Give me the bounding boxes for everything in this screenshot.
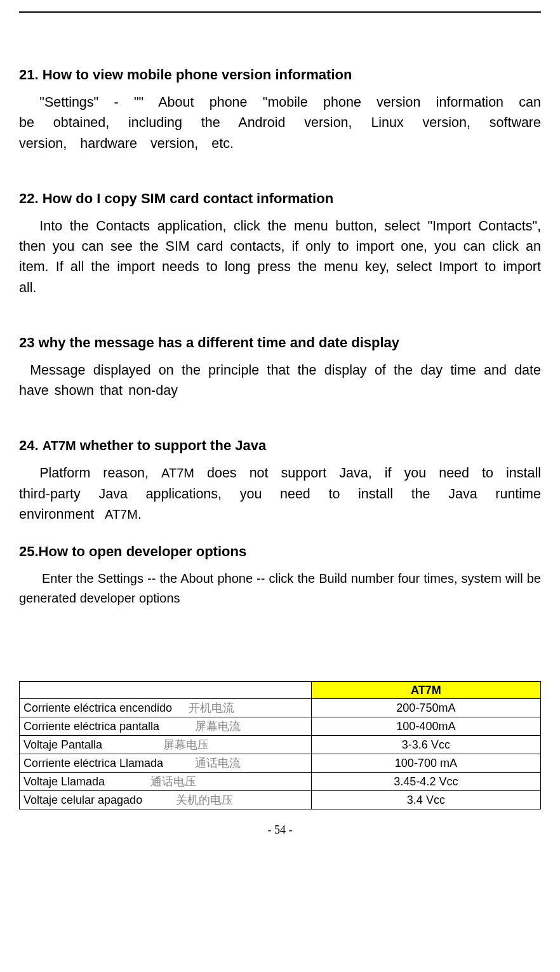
label-es: Corriente eléctrica Llamada (23, 757, 192, 770)
label-cjk: 关机的电压 (176, 794, 233, 806)
section-25: 25.How to open developer options Enter t… (19, 543, 541, 608)
table-header-blank (20, 682, 312, 699)
body-24-prefix: Platform reason, (39, 465, 161, 481)
row-label: Corriente eléctrica encendido 开机电流 (20, 699, 312, 717)
heading-23: 23 why the message has a different time … (19, 335, 541, 351)
table-row: Corriente eléctrica encendido 开机电流 200-7… (20, 699, 541, 717)
row-value: 100-400mA (311, 717, 540, 736)
heading-21: 21. How to view mobile phone version inf… (19, 67, 541, 83)
section-22: 22. How do I copy SIM card contact infor… (19, 190, 541, 298)
heading-24-model: AT7M (43, 439, 76, 453)
document-page: 21. How to view mobile phone version inf… (0, 0, 560, 972)
row-label: Voltaje Llamada 通话电压 (20, 773, 312, 791)
label-cjk: 开机电流 (189, 702, 234, 714)
table-row: Corriente eléctrica Llamada 通话电流 100-700… (20, 754, 541, 773)
row-value: 3.4 Vcc (311, 791, 540, 809)
body-24-model: AT7M (161, 466, 194, 480)
body-25: Enter the Settings -- the About phone --… (19, 569, 541, 608)
heading-24-prefix: 24. (19, 437, 43, 453)
body-24-trail-model: AT7M (105, 507, 138, 521)
label-es: Corriente eléctrica encendido (23, 702, 185, 715)
row-value: 100-700 mA (311, 754, 540, 773)
section-21: 21. How to view mobile phone version inf… (19, 67, 541, 154)
label-cjk: 通话电流 (195, 757, 241, 769)
body-23: Message displayed on the principle that … (19, 360, 541, 401)
label-cjk: 屏幕电压 (163, 738, 209, 751)
label-cjk: 通话电压 (150, 775, 196, 788)
body-24-trail-suffix: . (138, 507, 142, 522)
table-header-row: AT7M (20, 682, 541, 699)
table-header-model: AT7M (311, 682, 540, 699)
label-cjk: 屏幕电流 (195, 720, 241, 733)
heading-25: 25.How to open developer options (19, 543, 541, 560)
heading-22: 22. How do I copy SIM card contact infor… (19, 190, 541, 207)
page-number: - 54 - (19, 823, 541, 837)
label-es: Voltaje Pantalla (23, 738, 160, 752)
top-rule (19, 11, 541, 13)
row-value: 3.45-4.2 Vcc (311, 773, 540, 791)
row-label: Voltaje Pantalla 屏幕电压 (20, 736, 312, 754)
table-row: Voltaje celular apagado 关机的电压 3.4 Vcc (20, 791, 541, 809)
label-es: Voltaje Llamada (23, 775, 147, 789)
body-21: "Settings" - "" About phone "mobile phon… (19, 92, 541, 154)
heading-24-suffix: whether to support the Java (76, 437, 267, 453)
row-label: Corriente eléctrica Llamada 通话电流 (20, 754, 312, 773)
table-row: Voltaje Llamada 通话电压 3.45-4.2 Vcc (20, 773, 541, 791)
row-value: 200-750mA (311, 699, 540, 717)
table-row: Corriente eléctrica pantalla 屏幕电流 100-40… (20, 717, 541, 736)
body-22: Into the Contacts application, click the… (19, 216, 541, 298)
row-label: Corriente eléctrica pantalla 屏幕电流 (20, 717, 312, 736)
spec-table: AT7M Corriente eléctrica encendido 开机电流 … (19, 681, 541, 809)
body-24: Platform reason, AT7M does not support J… (19, 463, 541, 524)
label-es: Corriente eléctrica pantalla (23, 720, 192, 733)
heading-24: 24. AT7M whether to support the Java (19, 437, 541, 454)
label-es: Voltaje celular apagado (23, 794, 173, 807)
section-24: 24. AT7M whether to support the Java Pla… (19, 437, 541, 524)
row-value: 3-3.6 Vcc (311, 736, 540, 754)
row-label: Voltaje celular apagado 关机的电压 (20, 791, 312, 809)
table-row: Voltaje Pantalla 屏幕电压 3-3.6 Vcc (20, 736, 541, 754)
section-23: 23 why the message has a different time … (19, 335, 541, 401)
